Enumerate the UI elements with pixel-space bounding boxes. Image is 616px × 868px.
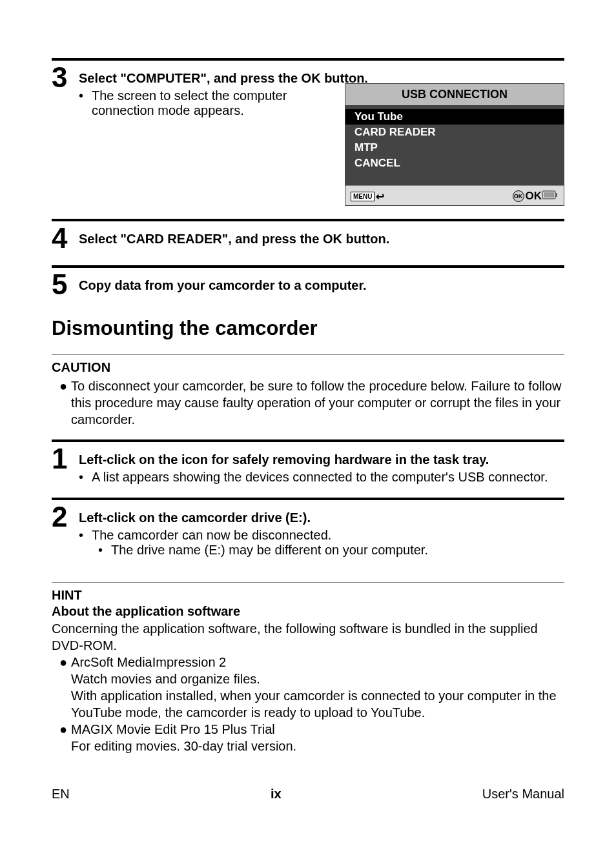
hint-intro: Concerning the application software, the… <box>52 620 564 654</box>
step-sub-text: A list appears showing the devices conne… <box>92 470 548 485</box>
step-number: 2 <box>52 503 79 531</box>
step-number: 1 <box>52 445 79 473</box>
step-sub: • The camcorder can now be disconnected. <box>79 528 564 543</box>
step-sub-text: The screen to select the computer connec… <box>92 88 333 118</box>
step-number: 5 <box>52 270 79 299</box>
step-sub-nested: • The drive name (E:) may be different o… <box>79 543 564 558</box>
svg-rect-2 <box>544 192 554 197</box>
step-sub-text: The drive name (E:) may be different on … <box>111 543 428 558</box>
step-number: 3 <box>52 63 79 92</box>
step-dismount-1: 1 Left-click on the icon for safely remo… <box>52 445 564 485</box>
step-title: Left-click on the camcorder drive (E:). <box>79 510 564 525</box>
usb-option-mtp[interactable]: MTP <box>345 140 564 156</box>
footer-lang: EN <box>52 787 70 802</box>
battery-icon <box>542 190 559 202</box>
step-title: Left-click on the icon for safely removi… <box>79 452 564 467</box>
step-dismount-2: 2 Left-click on the camcorder drive (E:)… <box>52 503 564 558</box>
rule <box>52 219 564 221</box>
hint-b1-line1: Watch movies and organize files. <box>71 671 564 687</box>
hint-b1-title: ArcSoft MediaImpression 2 <box>71 654 564 671</box>
hint-bullet-2: ● MAGIX Movie Edit Pro 15 Plus Trial For… <box>52 721 564 754</box>
svg-rect-1 <box>555 193 557 197</box>
footer-doc-title: User's Manual <box>482 787 564 802</box>
menu-button-icon[interactable]: MENU <box>351 192 375 201</box>
usb-option-cancel[interactable]: CANCEL <box>345 156 564 171</box>
caution-title: CAUTION <box>52 360 564 375</box>
footer-page-num: ix <box>271 787 282 802</box>
step-4: 4 Select "CARD READER", and press the OK… <box>52 224 564 252</box>
usb-connection-panel: USB CONNECTION You Tube CARD READER MTP … <box>345 83 564 206</box>
step-number: 4 <box>52 224 79 252</box>
thin-rule <box>52 582 564 583</box>
rule <box>52 58 564 61</box>
rule <box>52 439 564 442</box>
rule <box>52 265 564 268</box>
usb-option-cardreader[interactable]: CARD READER <box>345 125 564 140</box>
page-footer: EN ix User's Manual <box>52 787 564 802</box>
usb-panel-title: USB CONNECTION <box>345 84 564 105</box>
step-sub: • A list appears showing the devices con… <box>79 470 564 485</box>
step-3: 3 Select "COMPUTER", and press the OK bu… <box>52 63 564 206</box>
hint-bullet-1: ● ArcSoft MediaImpression 2 Watch movies… <box>52 654 564 721</box>
hint-about: About the application software <box>52 604 564 619</box>
thin-rule <box>52 354 564 355</box>
hint-b1-line2: With application installed, when your ca… <box>71 687 564 721</box>
step-title: Select "CARD READER", and press the OK b… <box>79 232 564 247</box>
step-sub: • The screen to select the computer conn… <box>79 88 333 118</box>
step-sub-text: The camcorder can now be disconnected. <box>92 528 331 543</box>
caution-body: To disconnect your camcorder, be sure to… <box>71 378 564 428</box>
back-arrow-icon: ↩ <box>376 190 384 203</box>
rule <box>52 498 564 500</box>
ok-label: OK <box>526 190 542 203</box>
section-heading: Dismounting the camcorder <box>52 317 564 340</box>
hint-b2-title: MAGIX Movie Edit Pro 15 Plus Trial <box>71 721 296 738</box>
step-title: Copy data from your camcorder to a compu… <box>79 278 564 293</box>
step-5: 5 Copy data from your camcorder to a com… <box>52 270 564 299</box>
ok-circle-icon[interactable]: OK <box>513 190 524 202</box>
usb-option-youtube[interactable]: You Tube <box>345 109 564 125</box>
hint-b2-line1: For editing movies. 30-day trial version… <box>71 738 296 754</box>
caution-bullet: ● To disconnect your camcorder, be sure … <box>52 378 564 428</box>
hint-title: HINT <box>52 588 564 603</box>
